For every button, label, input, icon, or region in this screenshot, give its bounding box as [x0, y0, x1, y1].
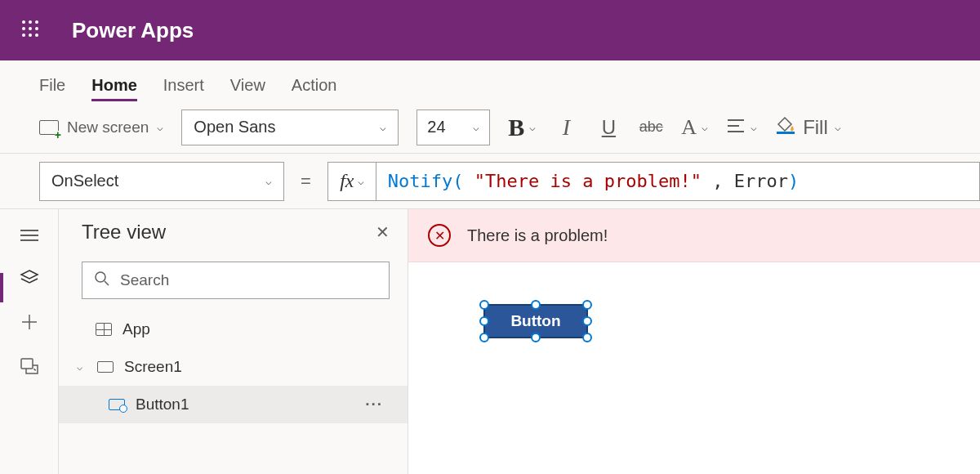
tree-search-input[interactable]: Search: [82, 262, 390, 299]
formula-bar: OnSelect ⌵ = fx ⌵ Notify( "There is a pr…: [0, 154, 980, 209]
resize-handle[interactable]: [479, 316, 489, 326]
svg-point-8: [35, 34, 38, 37]
rail-hamburger-button[interactable]: [18, 224, 41, 247]
svg-rect-16: [21, 359, 33, 369]
resize-handle[interactable]: [582, 300, 592, 310]
canvas-button-control[interactable]: Button: [483, 304, 588, 338]
fx-button[interactable]: fx ⌵: [327, 162, 376, 201]
chevron-down-icon: ⌵: [751, 121, 757, 133]
formula-input[interactable]: Notify( "There is a problem!" , Error): [376, 162, 980, 201]
app-launcher-button[interactable]: [0, 0, 60, 60]
chevron-down-icon: ⌵: [702, 121, 708, 133]
waffle-icon: [20, 19, 40, 42]
resize-handle[interactable]: [479, 300, 489, 310]
app-title: Power Apps: [72, 18, 194, 43]
close-icon: ✕: [376, 223, 390, 241]
menu-file[interactable]: File: [39, 76, 65, 101]
left-rail: [0, 209, 59, 474]
notification-banner: ✕ There is a problem!: [408, 209, 980, 262]
resize-handle[interactable]: [531, 300, 541, 310]
tree-panel: Tree view ✕ Search App ⌵ Screen1 Button1…: [59, 209, 408, 474]
property-select[interactable]: OnSelect ⌵: [39, 162, 284, 201]
chevron-down-icon: ⌵: [157, 121, 163, 133]
search-placeholder: Search: [120, 271, 169, 289]
svg-point-3: [22, 27, 25, 30]
fx-icon: fx: [340, 170, 354, 192]
resize-handle[interactable]: [531, 333, 541, 342]
paint-bucket-icon: [775, 116, 796, 139]
notification-text: There is a problem!: [467, 226, 608, 245]
close-panel-button[interactable]: ✕: [376, 222, 390, 242]
rail-active-indicator: [0, 273, 3, 302]
button-icon: [108, 397, 126, 412]
hamburger-icon: [20, 226, 38, 244]
svg-point-1: [29, 20, 32, 24]
tree-row-app[interactable]: App: [59, 311, 408, 348]
formula-string: "There is a problem!": [474, 171, 702, 191]
font-family-select[interactable]: Open Sans ⌵: [181, 110, 399, 145]
chevron-down-icon: ⌵: [380, 121, 386, 133]
chevron-down-icon: ⌵: [529, 121, 536, 133]
menu-bar: File Home Insert View Action: [0, 60, 980, 101]
plus-icon: [20, 313, 38, 334]
property-value: OnSelect: [51, 172, 118, 190]
rail-insert-button[interactable]: [18, 312, 41, 335]
align-button[interactable]: ⌵: [726, 116, 757, 139]
canvas-button-label: Button: [510, 312, 560, 330]
fill-label: Fill: [803, 116, 828, 139]
font-size-select[interactable]: 24 ⌵: [416, 110, 490, 145]
tree-label-app: App: [122, 320, 150, 338]
svg-point-4: [29, 27, 32, 30]
chevron-down-icon: ⌵: [835, 121, 841, 133]
menu-home[interactable]: Home: [91, 76, 137, 101]
new-screen-label: New screen: [67, 118, 149, 136]
strikethrough-button[interactable]: abc: [639, 118, 663, 136]
ribbon: New screen ⌵ Open Sans ⌵ 24 ⌵ B ⌵ I U ab…: [0, 101, 980, 154]
app-icon: [95, 322, 113, 337]
layers-icon: [20, 268, 39, 291]
chevron-down-icon: ⌵: [77, 361, 87, 373]
italic-button[interactable]: I: [554, 114, 578, 141]
svg-point-6: [22, 34, 25, 37]
new-screen-icon: [39, 120, 59, 135]
tree-label-button1: Button1: [136, 396, 189, 414]
svg-rect-12: [777, 132, 795, 134]
formula-arg2: Error: [734, 171, 788, 191]
svg-point-5: [35, 27, 38, 30]
main-area: Tree view ✕ Search App ⌵ Screen1 Button1…: [0, 209, 980, 474]
underline-button[interactable]: U: [596, 116, 621, 139]
svg-point-2: [35, 20, 38, 24]
rail-tree-view-button[interactable]: [18, 268, 41, 291]
bold-button[interactable]: B ⌵: [508, 114, 536, 141]
font-color-button[interactable]: A ⌵: [681, 115, 708, 140]
resize-handle[interactable]: [582, 333, 592, 342]
font-color-icon: A: [681, 115, 697, 140]
equals-sign: =: [296, 171, 316, 192]
resize-handle[interactable]: [479, 333, 489, 342]
strikethrough-icon: abc: [639, 118, 663, 136]
svg-point-0: [22, 20, 25, 24]
formula-fn: Notify: [388, 171, 452, 191]
menu-action[interactable]: Action: [292, 76, 337, 101]
chevron-down-icon: ⌵: [265, 175, 272, 187]
bold-icon: B: [508, 114, 524, 141]
resize-handle[interactable]: [582, 316, 592, 326]
tree-title: Tree view: [82, 221, 166, 244]
tree-header: Tree view ✕: [59, 221, 408, 255]
search-icon: [94, 271, 110, 291]
more-options-button[interactable]: ···: [365, 396, 383, 414]
menu-view[interactable]: View: [230, 76, 265, 101]
tree-row-screen1[interactable]: ⌵ Screen1: [59, 348, 408, 386]
canvas-area[interactable]: ✕ There is a problem! Button: [408, 209, 980, 474]
font-family-value: Open Sans: [194, 118, 275, 136]
rail-media-button[interactable]: [18, 356, 41, 379]
font-size-value: 24: [427, 118, 445, 136]
chevron-down-icon: ⌵: [358, 175, 364, 188]
media-icon: [20, 357, 39, 378]
tree-row-button1[interactable]: Button1 ···: [59, 386, 408, 423]
menu-insert[interactable]: Insert: [163, 76, 204, 101]
fill-button[interactable]: Fill ⌵: [775, 116, 841, 139]
italic-icon: I: [563, 114, 570, 141]
error-icon: ✕: [428, 224, 451, 247]
new-screen-button[interactable]: New screen ⌵: [39, 118, 163, 136]
